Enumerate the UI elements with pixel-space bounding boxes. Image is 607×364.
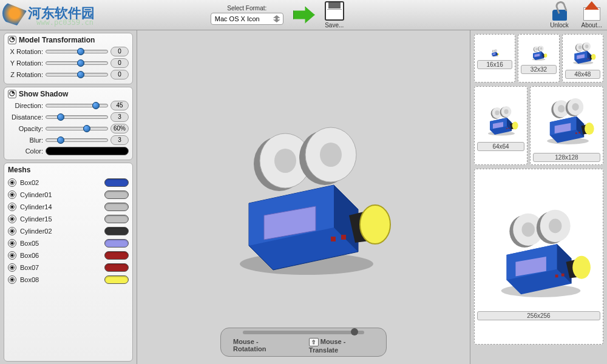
arrow-right-icon — [293, 7, 315, 24]
mesh-row[interactable]: Box07 — [8, 261, 129, 274]
mesh-row[interactable]: Box08 — [8, 274, 129, 286]
shift-key-icon: ⇧ — [309, 338, 319, 346]
slider-row: Opacity: 60% — [8, 124, 129, 133]
mouse-mode-bar: Mouse - Rotatation ⇧ Mouse - Translate — [220, 328, 387, 357]
svg-point-59 — [585, 44, 588, 48]
svg-point-68 — [512, 121, 518, 129]
svg-point-23 — [498, 53, 500, 55]
slider-row: X Rotation: 0 — [8, 47, 129, 56]
slider-row: Z Rotation: 0 — [8, 70, 129, 79]
unlock-button[interactable]: Unlock — [550, 1, 569, 29]
preview-64x64[interactable]: 64x64 — [474, 86, 527, 165]
eye-icon[interactable] — [8, 251, 16, 260]
mesh-row[interactable]: Cylinder01 — [8, 189, 129, 201]
shadow-section: Show Shadow Direction: 45 Disatance: 3 O… — [4, 87, 133, 160]
slider-row: Blur: 3 — [8, 135, 129, 145]
slider-row: Direction: 45 — [8, 101, 129, 110]
meshs-section: Meshs Box02 Cylinder01 Cylinder14 Cylind… — [4, 163, 133, 362]
format-label: Select Format: — [227, 5, 266, 12]
eye-icon[interactable] — [8, 178, 16, 187]
mesh-color-swatch[interactable] — [104, 251, 129, 260]
svg-rect-80 — [575, 132, 577, 134]
svg-rect-5 — [331, 237, 336, 241]
mesh-color-swatch[interactable] — [104, 227, 129, 235]
preview-128x128[interactable]: 128x128 — [530, 86, 603, 165]
shadow-color-swatch[interactable] — [46, 147, 129, 155]
svg-point-38 — [544, 53, 548, 57]
slider[interactable] — [46, 104, 108, 107]
about-icon — [582, 1, 602, 21]
preview-32x32[interactable]: 32x32 — [518, 34, 559, 83]
mesh-row[interactable]: Box05 — [8, 237, 129, 249]
slider-value: 3 — [110, 135, 129, 145]
mesh-color-swatch[interactable] — [104, 178, 129, 187]
mouse-mode-slider[interactable] — [243, 331, 364, 334]
svg-rect-35 — [541, 56, 542, 57]
mesh-color-swatch[interactable] — [104, 203, 129, 211]
svg-point-14 — [320, 143, 342, 167]
svg-rect-65 — [506, 128, 507, 129]
mesh-color-swatch[interactable] — [104, 263, 129, 272]
svg-point-86 — [558, 105, 565, 113]
preview-256x256[interactable]: 256x256 — [474, 169, 603, 345]
save-icon — [325, 1, 344, 21]
svg-point-26 — [493, 50, 495, 52]
svg-point-71 — [495, 110, 499, 115]
top-toolbar: Select Format: Mac OS X Icon Save... Unl… — [0, 0, 607, 30]
viewport-panel[interactable]: Mouse - Rotatation ⇧ Mouse - Translate — [137, 30, 470, 364]
svg-rect-51 — [588, 58, 589, 59]
expand-toggle-icon[interactable] — [8, 36, 16, 44]
eye-icon[interactable] — [8, 275, 16, 284]
svg-point-53 — [591, 53, 596, 59]
slider[interactable] — [46, 127, 108, 130]
slider-value: 0 — [110, 47, 129, 56]
svg-point-29 — [496, 50, 497, 51]
slider-row: Disatance: 3 — [8, 112, 129, 122]
svg-point-41 — [536, 48, 538, 50]
slider[interactable] — [46, 115, 108, 119]
svg-point-74 — [504, 109, 508, 114]
svg-point-44 — [540, 47, 543, 50]
model-transform-section: Model Transformation X Rotation: 0 Y Rot… — [4, 33, 133, 84]
mesh-row[interactable]: Cylinder02 — [8, 225, 129, 237]
about-button[interactable]: About... — [582, 1, 602, 29]
slider-value: 45 — [110, 101, 129, 110]
mesh-color-swatch[interactable] — [104, 190, 129, 199]
format-select[interactable]: Mac OS X Icon — [211, 13, 283, 25]
slider-value: 0 — [110, 70, 129, 79]
svg-rect-50 — [587, 58, 588, 59]
eye-icon[interactable] — [8, 263, 16, 272]
svg-point-89 — [572, 103, 578, 110]
right-panel: 16x16 32x32 48x48 — [470, 30, 607, 364]
eye-icon[interactable] — [8, 190, 16, 199]
eye-icon[interactable] — [8, 227, 16, 235]
slider[interactable] — [46, 73, 108, 76]
mesh-row[interactable]: Box02 — [8, 177, 129, 189]
left-panel: Model Transformation X Rotation: 0 Y Rot… — [0, 30, 137, 364]
mesh-row[interactable]: Cylinder14 — [8, 201, 129, 213]
expand-toggle-icon[interactable] — [8, 90, 16, 98]
eye-icon[interactable] — [8, 239, 16, 248]
svg-rect-81 — [578, 132, 580, 133]
mesh-color-swatch[interactable] — [104, 275, 129, 284]
slider-value: 0 — [110, 58, 129, 68]
svg-point-8 — [360, 205, 390, 244]
eye-icon[interactable] — [8, 203, 16, 211]
svg-rect-95 — [555, 274, 558, 277]
save-button[interactable]: Save... — [325, 1, 344, 29]
preview-48x48[interactable]: 48x48 — [562, 34, 603, 83]
svg-rect-36 — [543, 56, 543, 57]
slider[interactable] — [46, 138, 108, 142]
eye-icon[interactable] — [8, 215, 16, 223]
svg-point-101 — [521, 222, 534, 237]
slider[interactable] — [46, 61, 108, 65]
mesh-color-swatch[interactable] — [104, 215, 129, 223]
svg-rect-96 — [561, 273, 564, 276]
mesh-color-swatch[interactable] — [104, 239, 129, 248]
slider-value: 3 — [110, 112, 129, 122]
preview-16x16[interactable]: 16x16 — [474, 34, 515, 83]
svg-point-104 — [549, 218, 561, 233]
mesh-row[interactable]: Box06 — [8, 249, 129, 261]
slider[interactable] — [46, 50, 108, 53]
mesh-row[interactable]: Cylinder15 — [8, 213, 129, 225]
